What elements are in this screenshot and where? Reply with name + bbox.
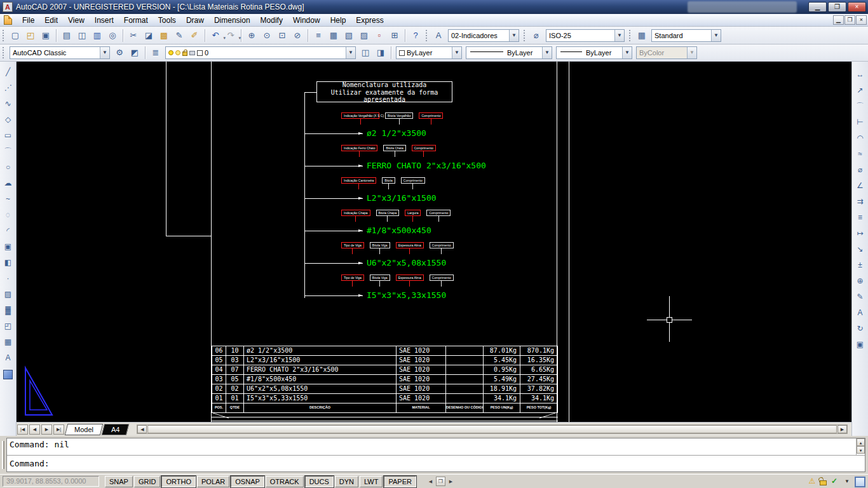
drawing-canvas[interactable]: Nomenclatura utilizada Utilizar exatamen… [17,62,851,422]
toolbar-grip[interactable] [629,30,632,41]
linear-dimension-icon[interactable]: ↔ [853,68,867,81]
designcenter-icon[interactable]: ▦ [327,29,341,43]
jogged-icon[interactable]: ≈ [853,147,867,161]
mtext-icon[interactable]: A [1,351,15,365]
dim-style-combo[interactable]: ISO-25 ▼ [546,29,625,42]
menu-item[interactable]: File [17,15,39,26]
tool-palettes-icon[interactable]: ▧ [342,29,356,43]
next-tab-icon[interactable]: ▶ [41,424,52,435]
dimension-update-icon[interactable]: ↻ [853,322,867,336]
menu-item[interactable]: Express [351,15,388,26]
chevron-down-icon[interactable]: ▼ [622,47,632,58]
tray-right-icon[interactable]: ▶ [446,477,456,486]
mdi-close-button[interactable]: × [856,15,867,25]
tolerance-icon[interactable]: ± [853,259,867,272]
chevron-down-icon[interactable]: ▼ [452,47,461,58]
center-mark-icon[interactable]: ⊕ [853,274,867,288]
publish-icon[interactable]: ▥ [90,29,104,43]
last-tab-icon[interactable]: ▶| [53,424,64,435]
rectangle-icon[interactable]: ▭ [1,129,15,142]
plot-icon[interactable]: ▤ [60,29,74,43]
workspace-combo[interactable]: AutoCAD Classic ▼ [10,46,110,59]
menu-item[interactable]: Dimension [209,15,255,26]
scrollbar-thumb[interactable] [147,425,837,433]
toolbar-lock-icon[interactable] [820,480,827,485]
scroll-up-icon[interactable]: ▲ [857,438,865,446]
dimension-text-edit-icon[interactable]: A [853,306,867,320]
ellipse-arc-icon[interactable]: ◜ [1,224,15,238]
tray-left-icon[interactable]: ◀ [426,477,435,486]
zoom-realtime-icon[interactable]: ⊙ [260,29,274,43]
polyline-icon[interactable]: ∿ [1,97,15,111]
communication-center-icon[interactable]: ⚠ [807,477,817,487]
etransmit-icon[interactable]: ◎ [105,29,119,43]
undo-icon[interactable]: ↶ [208,29,222,43]
chevron-down-icon[interactable]: ▼ [614,30,624,41]
baseline-icon[interactable]: ≡ [853,211,867,224]
scroll-left-icon[interactable]: ◀ [137,425,147,433]
table-style-combo[interactable]: Standard ▼ [651,29,721,42]
menu-item[interactable]: Help [325,15,351,26]
chevron-down-icon[interactable]: ▼ [509,30,519,41]
clean-screen-icon[interactable] [855,477,865,487]
paste-icon[interactable]: ▩ [157,29,171,43]
layer-previous-icon[interactable]: ◨ [374,46,388,60]
save-workspace-icon[interactable]: ◩ [128,46,142,60]
quick-leader-icon[interactable]: ↘ [853,243,867,256]
command-scrollbar[interactable]: ▲ ▼ [856,438,865,455]
menu-item[interactable]: Edit [39,15,63,26]
dim-style-icon[interactable]: ▣ [853,338,867,351]
radius-icon[interactable]: ◠ [853,132,867,145]
open-icon[interactable]: ◰ [24,29,37,43]
tab-model[interactable]: Model [65,424,103,435]
toolbar-grip[interactable] [3,47,5,58]
prev-tab-icon[interactable]: ◀ [29,424,40,435]
horizontal-scrollbar[interactable]: ◀ ▶ [137,424,848,434]
command-prompt[interactable]: Command: [7,456,865,471]
chevron-down-icon[interactable]: ▼ [346,47,355,58]
circle-icon[interactable]: ○ [1,161,15,174]
mdi-minimize-button[interactable]: ▁ [833,15,844,25]
chevron-down-icon[interactable]: ▼ [711,30,721,41]
continue-icon[interactable]: ↦ [853,227,867,240]
lineweight-combo[interactable]: ByLayer ▼ [556,46,632,59]
color-combo[interactable]: ByLayer ▼ [396,46,462,59]
zoom-window-icon[interactable]: ⊡ [275,29,289,43]
ellipse-icon[interactable]: ◌ [1,208,15,222]
insert-block-icon[interactable]: ▣ [1,240,15,254]
minimize-button[interactable]: ▁ [808,2,827,12]
scroll-right-icon[interactable]: ▶ [837,425,847,433]
cut-icon[interactable]: ✂ [126,29,140,43]
help-icon[interactable]: ? [409,29,423,43]
diameter-icon[interactable]: ⌀ [853,163,867,177]
markup-set-manager-icon[interactable]: ▫ [372,29,386,43]
toolbar-grip[interactable] [3,30,5,41]
redo-icon[interactable]: ↷ [224,29,238,43]
tray-window-icon[interactable]: ❒ [436,477,445,486]
arc-icon[interactable]: ⌒ [1,145,15,158]
dim-style-icon[interactable]: ⌀ [529,29,543,43]
save-icon[interactable]: ▣ [39,29,53,43]
linetype-combo[interactable]: ByLayer ▼ [466,46,552,59]
region-icon[interactable]: ◰ [1,320,15,333]
text-style-icon[interactable]: A [431,29,445,43]
arc-length-icon[interactable]: ⌒ [853,100,867,113]
match-properties-icon[interactable]: ✎ [172,29,186,43]
chevron-down-icon[interactable]: ▼ [542,47,552,58]
command-window-grip[interactable] [2,441,4,469]
dimension-edit-icon[interactable]: ✎ [853,290,867,304]
toolbar-grip[interactable] [524,30,526,41]
chevron-down-icon[interactable]: ▼ [100,47,109,58]
polygon-icon[interactable]: ◇ [1,113,15,126]
properties-icon[interactable]: ≡ [311,29,325,43]
menu-item[interactable]: Format [119,15,153,26]
make-object-layer-current-icon[interactable]: ◫ [358,46,372,60]
mdi-restore-button[interactable]: ❐ [844,15,855,25]
menu-item[interactable]: Insert [90,15,119,26]
point-icon[interactable]: · [1,272,15,285]
new-icon[interactable]: ▢ [8,29,22,43]
hatch-icon[interactable]: ▨ [1,288,15,301]
tab-a4[interactable]: A4 [102,424,130,435]
workspace-settings-icon[interactable]: ⚙ [112,46,126,60]
menu-item[interactable]: Modify [255,15,288,26]
